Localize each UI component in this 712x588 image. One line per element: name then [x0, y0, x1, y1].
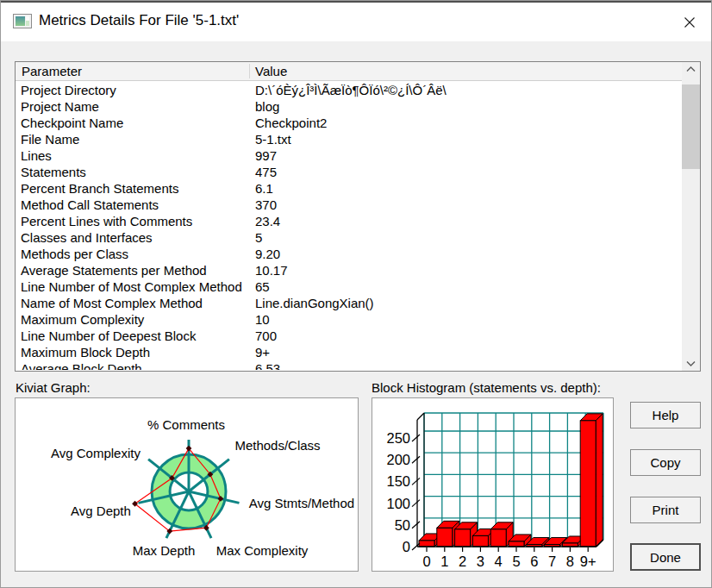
table-row[interactable]: File Name5-1.txt	[16, 131, 682, 147]
cell-parameter: Percent Branch Statements	[21, 180, 178, 197]
table-row[interactable]: Line Number of Most Complex Method65	[16, 278, 682, 295]
table-row[interactable]: Average Block Depth6.53	[16, 360, 682, 370]
titlebar: Metrics Details For File '5-1.txt'	[1, 3, 711, 41]
done-button[interactable]: Done	[630, 543, 701, 571]
table-row[interactable]: Classes and Interfaces5	[16, 229, 682, 246]
cell-parameter: Percent Lines with Comments	[21, 213, 192, 229]
cell-parameter: Method Call Statements	[21, 197, 159, 213]
svg-text:200: 200	[386, 452, 410, 467]
table-row[interactable]: Average Statements per Method10.17	[16, 262, 682, 278]
cell-parameter: File Name	[21, 131, 79, 147]
table-row[interactable]: Maximum Complexity10	[16, 311, 682, 328]
column-divider[interactable]	[249, 64, 250, 78]
svg-text:2: 2	[459, 554, 466, 569]
cell-parameter: Checkpoint Name	[21, 115, 123, 131]
svg-text:Max Complexity: Max Complexity	[216, 543, 309, 558]
svg-text:250: 250	[386, 430, 410, 446]
cell-parameter: Maximum Block Depth	[21, 344, 150, 360]
svg-text:100: 100	[386, 496, 410, 511]
table-row[interactable]: Method Call Statements370	[16, 197, 682, 213]
close-button[interactable]	[678, 11, 701, 34]
block-histogram-chart: 0501001502002500123456789+	[372, 398, 613, 571]
cell-parameter: Maximum Complexity	[21, 311, 144, 328]
cell-value: 23.4	[255, 213, 280, 229]
column-header-value[interactable]: Value	[255, 62, 287, 81]
cell-value: 6.1	[255, 180, 273, 197]
svg-text:4: 4	[495, 554, 503, 569]
app-icon	[13, 14, 32, 28]
svg-text:Methods/Class: Methods/Class	[234, 438, 320, 453]
table-body: Project DirectoryD:\´óÈý¿Î³Ì\ÃæÏò¶ÔÏó\²©…	[16, 82, 682, 370]
close-icon	[684, 16, 696, 28]
copy-button[interactable]: Copy	[630, 449, 701, 476]
svg-text:6: 6	[530, 554, 538, 569]
cell-value: 475	[255, 164, 277, 180]
table-row[interactable]: Statements475	[16, 164, 682, 180]
cell-value: 65	[255, 278, 270, 295]
column-header-parameter[interactable]: Parameter	[22, 62, 82, 81]
svg-text:% Comments: % Comments	[147, 417, 225, 432]
table-row[interactable]: Project DirectoryD:\´óÈý¿Î³Ì\ÃæÏò¶ÔÏó\²©…	[16, 82, 682, 98]
help-button[interactable]: Help	[630, 402, 701, 428]
cell-value: 5	[255, 229, 262, 246]
kiviat-graph-panel: % CommentsMethods/ClassAvg Stmts/MethodM…	[15, 397, 359, 572]
block-histogram-panel: 0501001502002500123456789+	[372, 397, 614, 572]
table-row[interactable]: Percent Branch Statements6.1	[16, 180, 682, 197]
kiviat-graph-label: Kiviat Graph:	[16, 380, 91, 395]
cell-value: 6.53	[255, 360, 280, 370]
table-row[interactable]: Name of Most Complex MethodLine.dianGong…	[16, 295, 682, 311]
svg-text:1: 1	[440, 554, 448, 569]
scroll-down-button[interactable]	[682, 356, 700, 371]
cell-value: 997	[255, 147, 277, 164]
block-histogram-label: Block Histogram (statements vs. depth):	[372, 380, 601, 395]
vertical-scrollbar[interactable]	[682, 62, 700, 371]
table-row[interactable]: Methods per Class9.20	[16, 246, 682, 262]
table-row[interactable]: Line Number of Deepest Block700	[16, 328, 682, 344]
print-button[interactable]: Print	[630, 497, 701, 523]
table-row[interactable]: Percent Lines with Comments23.4	[16, 213, 682, 229]
metrics-table: Parameter Value Project DirectoryD:\´óÈý…	[15, 61, 701, 372]
cell-parameter: Statements	[21, 164, 86, 180]
table-row[interactable]: Checkpoint NameCheckpoint2	[16, 115, 682, 131]
svg-text:8: 8	[566, 554, 574, 569]
cell-parameter: Average Block Depth	[21, 360, 142, 370]
cell-value: 5-1.txt	[255, 131, 291, 147]
cell-parameter: Project Directory	[21, 82, 116, 98]
cell-parameter: Project Name	[21, 98, 99, 115]
cell-value: Checkpoint2	[255, 115, 327, 131]
scroll-up-button[interactable]	[682, 62, 700, 77]
table-row[interactable]: Maximum Block Depth9+	[16, 344, 682, 360]
svg-text:9+: 9+	[580, 554, 596, 569]
cell-parameter: Classes and Interfaces	[21, 229, 153, 246]
table-row[interactable]: Project Nameblog	[16, 98, 682, 115]
cell-value: 10	[255, 311, 270, 328]
cell-value: 700	[255, 328, 277, 344]
cell-parameter: Average Statements per Method	[21, 262, 207, 278]
cell-value: 9+	[255, 344, 270, 360]
metrics-details-dialog: Metrics Details For File '5-1.txt' Param…	[0, 0, 712, 588]
svg-text:0: 0	[403, 539, 410, 554]
cell-parameter: Lines	[21, 147, 52, 164]
svg-text:7: 7	[548, 554, 556, 569]
cell-parameter: Name of Most Complex Method	[21, 295, 203, 311]
cell-parameter: Methods per Class	[21, 246, 128, 262]
svg-text:Avg Depth: Avg Depth	[71, 504, 131, 518]
cell-value: 370	[255, 197, 277, 213]
cell-value: 10.17	[255, 262, 288, 278]
cell-value: 9.20	[255, 246, 280, 262]
table-row[interactable]: Lines997	[16, 147, 682, 164]
table-header: Parameter Value	[16, 62, 682, 81]
svg-text:5: 5	[512, 554, 520, 569]
cell-value: D:\´óÈý¿Î³Ì\ÃæÏò¶ÔÏó\²©¿Í\Ô´Âë\	[255, 82, 447, 98]
chevron-up-icon	[686, 66, 696, 72]
svg-text:Max Depth: Max Depth	[133, 543, 196, 558]
svg-text:150: 150	[386, 473, 410, 489]
cell-value: blog	[255, 98, 279, 115]
cell-value: Line.dianGongXian()	[255, 295, 374, 311]
svg-text:50: 50	[395, 517, 410, 533]
scrollbar-thumb[interactable]	[682, 84, 700, 169]
svg-text:3: 3	[477, 554, 484, 569]
window-title: Metrics Details For File '5-1.txt'	[39, 12, 239, 29]
chevron-down-icon	[686, 360, 696, 366]
cell-parameter: Line Number of Most Complex Method	[21, 278, 242, 295]
